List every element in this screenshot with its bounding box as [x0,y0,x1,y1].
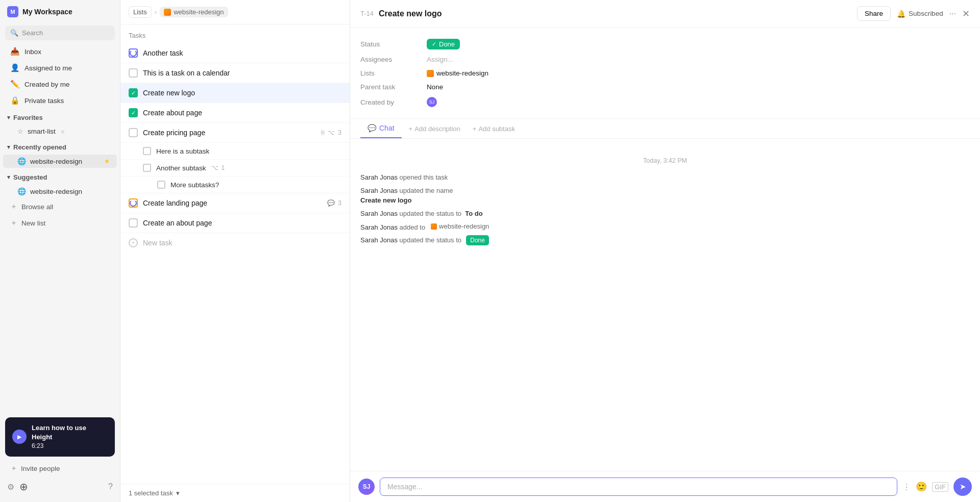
subscribed-button[interactable]: 🔔 Subscribed [897,10,943,18]
chat-timestamp: Today, 3:42 PM [360,157,970,164]
assignees-label: Assignees [360,56,422,63]
list-item[interactable]: Another subtask ⌥ 1 [120,160,350,177]
selected-task-label: 1 selected task [129,489,173,497]
lists-label: Lists [360,69,422,77]
footer-chevron[interactable]: ▾ [176,489,180,497]
list-item[interactable]: More subtasks? [120,177,350,193]
browse-all-button[interactable]: ＋ Browse all [3,199,117,214]
tasks-section-label: Tasks [120,24,350,43]
browse-all-label: Browse all [21,203,53,211]
chat-input-area: SJ ⋮ 🙂 GIF ➤ [350,471,980,502]
input-more-icon[interactable]: ⋮ [902,482,911,492]
breadcrumb-active[interactable]: website-redesign [160,7,228,17]
lists-value[interactable]: website-redesign [427,69,488,77]
new-list-label: New list [21,219,45,227]
new-item-icon[interactable]: ⊕ [19,481,28,493]
subtask-count: 3 [338,129,341,136]
table-row[interactable]: This is a task on a calendar [120,63,350,83]
favorites-section[interactable]: ▾ Favorites [0,111,120,124]
assign-text: Assign... [427,56,453,63]
new-list-button[interactable]: ＋ New list [3,215,117,231]
list-badge-dot [427,70,434,77]
close-icon[interactable]: ✕ [962,8,970,19]
assignees-value[interactable]: Assign... [427,56,453,63]
sidebar-item-created[interactable]: ✏️ Created by me [3,77,117,92]
new-task-button[interactable]: + New task [120,233,350,253]
website-redesign-icon: 🌐 [17,157,26,165]
task-meta: ⌥ 1 [211,164,225,171]
task-name: Here is a subtask [156,147,209,155]
event-actor: Sarah Jonas [360,173,398,181]
table-row[interactable]: Create pricing page ⎘ ⌥ 3 [120,123,350,143]
recently-opened-section[interactable]: ▾ Recently opened [0,140,120,154]
workspace-label: My Workspace [22,8,72,16]
play-icon: ▶ [12,430,27,444]
tab-chat[interactable]: 💬 Chat [360,119,402,138]
workspace-header[interactable]: M My Workspace [0,0,120,23]
task-meta: ⎘ ⌥ 3 [321,129,341,136]
inbox-icon: 📥 [10,47,20,56]
task-list: Another task This is a task on a calenda… [120,43,350,484]
sidebar-item-assigned[interactable]: 👤 Assigned to me [3,60,117,76]
task-name: Create landing page [143,199,322,207]
more-options-icon[interactable]: ··· [949,9,956,18]
add-subtask-label: Add subtask [478,125,515,133]
list-item[interactable]: Here is a subtask [120,143,350,160]
table-row[interactable]: ✓ Create new logo [120,83,350,103]
send-button[interactable]: ➤ [953,478,972,496]
add-subtask-tab[interactable]: + Add subtask [468,120,520,138]
table-row[interactable]: Another task [120,43,350,63]
invite-people-button[interactable]: ＋ Invite people [3,461,117,476]
suggested-section[interactable]: ▾ Suggested [0,170,120,184]
main-list-panel: Lists › website-redesign Tasks Another t… [120,0,350,502]
learn-card[interactable]: ▶ Learn how to use Height 6:23 [5,417,115,457]
sidebar-item-private[interactable]: 🔒 Private tasks [3,93,117,108]
chat-event: Sarah Jonas added to website-redesign [360,221,970,232]
task-name: Another task [143,49,341,57]
status-field: Status ✓ Done [360,36,970,53]
search-bar[interactable]: 🔍 Search [5,26,115,40]
parent-task-value[interactable]: None [427,83,443,91]
message-input[interactable] [380,478,897,496]
lists-field: Lists website-redesign [360,66,970,80]
sidebar-item-label: website-redesign [30,158,82,165]
task-title[interactable]: Create new logo [379,9,852,18]
learn-card-title: Learn how to use Height [32,423,108,442]
website-redesign-icon-2: 🌐 [17,187,26,195]
assignees-field: Assignees Assign... [360,53,970,66]
chat-tab-icon: 💬 [368,124,376,132]
task-meta: 💬 3 [327,199,341,207]
task-name: This is a task on a calendar [143,69,341,77]
plus-circle-icon: + [129,238,138,247]
subscribed-label: Subscribed [909,10,943,17]
sidebar-item-inbox[interactable]: 📥 Inbox [3,44,117,59]
table-row[interactable]: Create an about page [120,213,350,233]
created-by-value: SJ [427,97,437,107]
sidebar-item-website-redesign[interactable]: 🌐 website-redesign ★ [3,155,117,168]
event-list-badge: website-redesign [431,221,489,232]
add-description-tab[interactable]: + Add description [404,120,465,138]
gif-icon[interactable]: GIF [932,482,948,492]
help-icon[interactable]: ? [108,482,113,491]
check-icon: ✓ [432,41,436,47]
workspace-icon: M [7,6,18,17]
status-text: Done [439,40,455,48]
sidebar-item-suggested-website-redesign[interactable]: 🌐 website-redesign [3,185,117,198]
search-icon: 🔍 [10,29,18,37]
emoji-icon[interactable]: 🙂 [916,481,927,492]
detail-header: T-14 Create new logo Share 🔔 Subscribed … [350,0,980,28]
breadcrumb-lists[interactable]: Lists [129,6,152,18]
table-row[interactable]: Create landing page 💬 3 [120,193,350,213]
list-name: website-redesign [436,69,488,77]
sidebar-item-smart-list[interactable]: ☆ smart-list ≡ [3,125,117,138]
share-button[interactable]: Share [857,6,891,21]
task-status-icon [129,198,138,208]
list-header: Lists › website-redesign [120,0,350,24]
settings-icon[interactable]: ⚙ [7,482,14,492]
status-badge[interactable]: ✓ Done [427,39,460,49]
chevron-down-icon: ▾ [7,114,10,121]
link-count: 1 [222,164,225,171]
parent-task-field: Parent task None [360,80,970,94]
table-row[interactable]: ✓ Create about page [120,103,350,123]
sidebar-item-label: smart-list [28,128,56,135]
